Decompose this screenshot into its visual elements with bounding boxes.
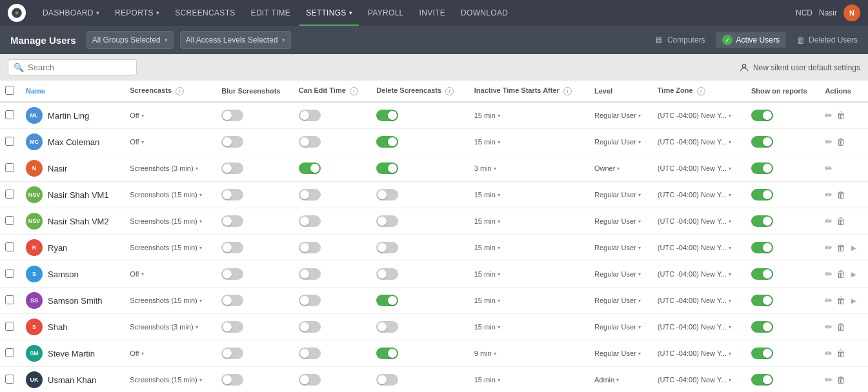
row-checkbox-10[interactable] [5,348,14,357]
level-select[interactable]: Regular User ▾ [594,323,647,331]
delete-icon[interactable]: 🗑 [836,295,845,306]
blur-toggle[interactable] [221,374,243,386]
deleted-users-button[interactable]: 🗑 Deleted Users [796,35,858,45]
timezone-select[interactable]: (UTC -04:00) New Y... ▾ [658,191,741,199]
delete-icon[interactable]: 🗑 [836,137,845,147]
screencasts-select[interactable]: Off ▾ [130,138,211,146]
show-reports-toggle[interactable] [751,110,773,121]
timezone-info-icon[interactable]: i [697,87,705,95]
timezone-select[interactable]: (UTC -04:00) New Y... ▾ [658,112,741,119]
timezone-select[interactable]: (UTC -04:00) New Y... ▾ [658,376,741,384]
delete-icon[interactable]: 🗑 [836,375,845,385]
show-reports-toggle[interactable] [751,374,773,386]
show-reports-toggle[interactable] [751,321,773,333]
show-reports-toggle[interactable] [751,215,773,227]
show-reports-toggle[interactable] [751,268,773,280]
timezone-select[interactable]: (UTC -04:00) New Y... ▾ [658,164,741,172]
can-edit-info-icon[interactable]: i [350,87,358,95]
screencasts-select[interactable]: Off ▾ [130,270,211,278]
delete-screencasts-toggle[interactable] [376,295,398,306]
screencasts-select[interactable]: Screenshots (3 min) ▾ [130,323,211,331]
level-select[interactable]: Regular User ▾ [594,217,647,225]
edit-icon[interactable]: ✏ [825,190,833,200]
computers-button[interactable]: 🖥 Computers [654,35,705,45]
delete-screencasts-toggle[interactable] [376,189,398,201]
blur-toggle[interactable] [221,268,243,280]
edit-icon[interactable]: ✏ [825,348,833,358]
timezone-select[interactable]: (UTC -04:00) New Y... ▾ [658,244,741,251]
can-edit-toggle[interactable] [299,348,321,359]
can-edit-toggle[interactable] [299,215,321,227]
send-icon[interactable]: ► [849,243,858,253]
row-checkbox-5[interactable] [5,216,14,225]
inactive-time-select[interactable]: 15 min ▾ [474,138,584,146]
blur-toggle[interactable] [221,321,243,333]
user-avatar[interactable]: N [843,5,860,21]
inactive-time-select[interactable]: 15 min ▾ [474,270,584,278]
inactive-time-select[interactable]: 15 min ▾ [474,376,584,384]
row-checkbox-4[interactable] [5,190,14,199]
row-checkbox-11[interactable] [5,375,14,384]
delete-screencasts-toggle[interactable] [376,348,398,359]
edit-icon[interactable]: ✏ [825,216,833,226]
can-edit-toggle[interactable] [299,374,321,386]
can-edit-toggle[interactable] [299,295,321,306]
delete-icon[interactable]: 🗑 [836,190,845,200]
delete-screencasts-toggle[interactable] [376,321,398,333]
delete-icon[interactable]: 🗑 [836,110,845,121]
screencasts-info-icon[interactable]: i [176,87,184,95]
nav-screencasts[interactable]: SCREENCASTS [168,0,241,26]
access-filter[interactable]: All Access Levels Selected ▾ [180,31,291,49]
edit-icon[interactable]: ✏ [825,242,833,253]
blur-toggle[interactable] [221,348,243,359]
edit-icon[interactable]: ✏ [825,322,833,332]
show-reports-toggle[interactable] [751,189,773,201]
inactive-time-select[interactable]: 15 min ▾ [474,112,584,119]
level-select[interactable]: Regular User ▾ [594,191,647,199]
delete-icon[interactable]: 🗑 [836,348,845,358]
timezone-select[interactable]: (UTC -04:00) New Y... ▾ [658,270,741,278]
show-reports-toggle[interactable] [751,348,773,359]
blur-toggle[interactable] [221,295,243,306]
inactive-time-info-icon[interactable]: i [563,87,572,95]
silent-user-link[interactable]: New silent user default settings [739,63,860,73]
blur-toggle[interactable] [221,136,243,148]
level-select[interactable]: Admin ▾ [594,376,647,384]
send-icon[interactable]: ► [849,296,858,306]
screencasts-select[interactable]: Off ▾ [130,349,211,357]
screencasts-select[interactable]: Screenshots (15 min) ▾ [130,217,211,225]
can-edit-toggle[interactable] [299,162,321,174]
delete-screencasts-toggle[interactable] [376,374,398,386]
screencasts-select[interactable]: Screenshots (15 min) ▾ [130,191,211,199]
level-select[interactable]: Regular User ▾ [594,270,647,278]
delete-icon[interactable]: 🗑 [836,269,845,279]
can-edit-toggle[interactable] [299,242,321,253]
level-select[interactable]: Owner ▾ [594,164,647,172]
row-checkbox-7[interactable] [5,269,14,278]
can-edit-toggle[interactable] [299,321,321,333]
blur-toggle[interactable] [221,215,243,227]
delete-screencasts-toggle[interactable] [376,268,398,280]
inactive-time-select[interactable]: 15 min ▾ [474,191,584,199]
groups-filter[interactable]: All Groups Selected ▾ [86,31,174,49]
timezone-select[interactable]: (UTC -04:00) New Y... ▾ [658,297,741,304]
logo[interactable] [8,4,26,22]
edit-icon[interactable]: ✏ [825,163,833,173]
level-select[interactable]: Regular User ▾ [594,112,647,119]
screencasts-select[interactable]: Off ▾ [130,112,211,119]
inactive-time-select[interactable]: 15 min ▾ [474,323,584,331]
show-reports-toggle[interactable] [751,136,773,148]
can-edit-toggle[interactable] [299,268,321,280]
inactive-time-select[interactable]: 9 min ▾ [474,349,584,357]
show-reports-toggle[interactable] [751,295,773,306]
screencasts-select[interactable]: Screenshots (3 min) ▾ [130,164,211,172]
edit-icon[interactable]: ✏ [825,110,833,121]
row-checkbox-1[interactable] [5,110,14,119]
edit-icon[interactable]: ✏ [825,269,833,279]
inactive-time-select[interactable]: 15 min ▾ [474,297,584,304]
select-all-checkbox[interactable] [5,86,14,95]
row-checkbox-8[interactable] [5,295,14,304]
nav-edit-time[interactable]: EDIT TIME [245,0,298,26]
row-checkbox-6[interactable] [5,242,14,251]
delete-screencasts-toggle[interactable] [376,215,398,227]
